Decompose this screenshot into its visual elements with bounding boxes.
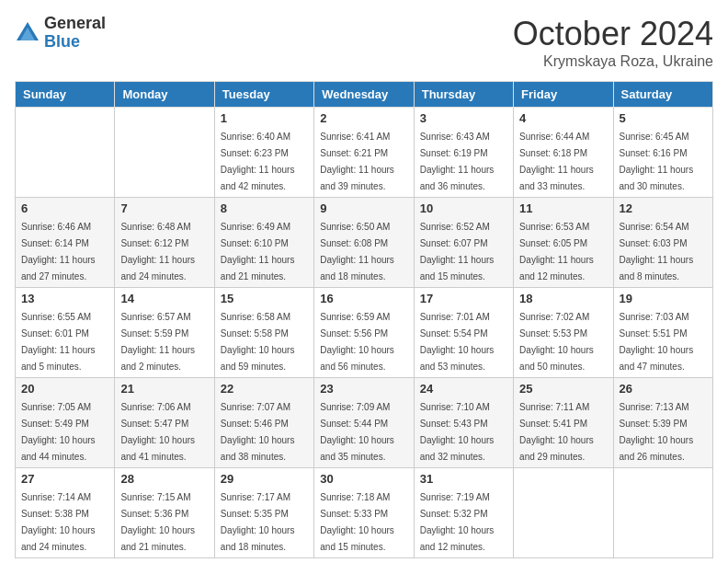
day-info: Sunrise: 6:46 AMSunset: 6:14 PMDaylight:… (21, 222, 96, 282)
day-number: 28 (120, 472, 208, 486)
day-cell: 14 Sunrise: 6:57 AMSunset: 5:59 PMDaylig… (115, 288, 214, 378)
header-sunday: Sunday (16, 82, 115, 108)
day-info: Sunrise: 7:06 AMSunset: 5:47 PMDaylight:… (120, 402, 195, 462)
day-info: Sunrise: 7:02 AMSunset: 5:53 PMDaylight:… (519, 312, 594, 372)
day-cell: 24 Sunrise: 7:10 AMSunset: 5:43 PMDaylig… (414, 378, 513, 468)
day-number: 5 (620, 111, 707, 125)
week-row-2: 13 Sunrise: 6:55 AMSunset: 6:01 PMDaylig… (16, 288, 713, 378)
day-cell: 6 Sunrise: 6:46 AMSunset: 6:14 PMDayligh… (16, 198, 115, 288)
day-cell: 31 Sunrise: 7:19 AMSunset: 5:32 PMDaylig… (414, 468, 513, 558)
day-number: 30 (320, 472, 407, 486)
day-cell: 5 Sunrise: 6:45 AMSunset: 6:16 PMDayligh… (613, 108, 712, 198)
day-number: 21 (120, 382, 208, 396)
day-number: 14 (120, 292, 208, 305)
day-cell: 11 Sunrise: 6:53 AMSunset: 6:05 PMDaylig… (514, 198, 613, 288)
day-number: 3 (420, 111, 507, 125)
day-cell: 26 Sunrise: 7:13 AMSunset: 5:39 PMDaylig… (613, 378, 712, 468)
day-cell: 2 Sunrise: 6:41 AMSunset: 6:21 PMDayligh… (314, 108, 414, 198)
day-info: Sunrise: 6:49 AMSunset: 6:10 PMDaylight:… (221, 222, 295, 282)
day-cell: 21 Sunrise: 7:06 AMSunset: 5:47 PMDaylig… (115, 378, 214, 468)
title-block: October 2024 Krymskaya Roza, Ukraine (513, 15, 713, 70)
day-cell: 29 Sunrise: 7:17 AMSunset: 5:35 PMDaylig… (214, 468, 313, 558)
day-number: 25 (519, 382, 607, 396)
day-info: Sunrise: 7:18 AMSunset: 5:33 PMDaylight:… (320, 492, 394, 552)
day-cell (115, 108, 214, 198)
day-number: 6 (21, 201, 108, 215)
day-cell: 22 Sunrise: 7:07 AMSunset: 5:46 PMDaylig… (214, 378, 313, 468)
header-saturday: Saturday (613, 82, 712, 108)
day-info: Sunrise: 6:43 AMSunset: 6:19 PMDaylight:… (420, 132, 495, 191)
day-info: Sunrise: 7:01 AMSunset: 5:54 PMDaylight:… (420, 312, 495, 372)
day-info: Sunrise: 6:50 AMSunset: 6:08 PMDaylight:… (320, 222, 394, 282)
day-cell (514, 468, 613, 558)
day-cell (613, 468, 712, 558)
day-number: 27 (21, 472, 108, 486)
location: Krymskaya Roza, Ukraine (513, 53, 713, 70)
page-header: General Blue October 2024 Krymskaya Roza… (15, 15, 713, 70)
day-cell: 27 Sunrise: 7:14 AMSunset: 5:38 PMDaylig… (16, 468, 115, 558)
day-cell: 7 Sunrise: 6:48 AMSunset: 6:12 PMDayligh… (115, 198, 214, 288)
day-number: 17 (420, 292, 507, 305)
day-info: Sunrise: 6:58 AMSunset: 5:58 PMDaylight:… (221, 312, 295, 372)
day-cell: 15 Sunrise: 6:58 AMSunset: 5:58 PMDaylig… (214, 288, 313, 378)
day-cell: 12 Sunrise: 6:54 AMSunset: 6:03 PMDaylig… (613, 198, 712, 288)
day-cell: 16 Sunrise: 6:59 AMSunset: 5:56 PMDaylig… (314, 288, 414, 378)
day-cell: 23 Sunrise: 7:09 AMSunset: 5:44 PMDaylig… (314, 378, 414, 468)
day-number: 8 (221, 201, 308, 215)
day-info: Sunrise: 6:41 AMSunset: 6:21 PMDaylight:… (320, 132, 394, 191)
day-number: 23 (320, 382, 407, 396)
logo-general: General (44, 15, 106, 33)
day-number: 26 (620, 382, 707, 396)
day-cell: 25 Sunrise: 7:11 AMSunset: 5:41 PMDaylig… (514, 378, 613, 468)
day-cell (16, 108, 115, 198)
day-number: 15 (221, 292, 308, 305)
day-info: Sunrise: 7:07 AMSunset: 5:46 PMDaylight:… (221, 402, 295, 462)
week-row-0: 1 Sunrise: 6:40 AMSunset: 6:23 PMDayligh… (16, 108, 713, 198)
day-cell: 10 Sunrise: 6:52 AMSunset: 6:07 PMDaylig… (414, 198, 513, 288)
header-tuesday: Tuesday (214, 82, 313, 108)
day-cell: 8 Sunrise: 6:49 AMSunset: 6:10 PMDayligh… (214, 198, 313, 288)
day-info: Sunrise: 7:14 AMSunset: 5:38 PMDaylight:… (21, 492, 96, 552)
logo-blue: Blue (44, 33, 106, 52)
week-row-4: 27 Sunrise: 7:14 AMSunset: 5:38 PMDaylig… (16, 468, 713, 558)
day-number: 7 (120, 201, 208, 215)
day-number: 9 (320, 201, 407, 215)
day-info: Sunrise: 7:15 AMSunset: 5:36 PMDaylight:… (120, 492, 195, 552)
day-info: Sunrise: 6:59 AMSunset: 5:56 PMDaylight:… (320, 312, 394, 372)
day-number: 4 (519, 111, 607, 125)
day-info: Sunrise: 7:09 AMSunset: 5:44 PMDaylight:… (320, 402, 394, 462)
day-number: 20 (21, 382, 108, 396)
calendar-header-row: SundayMondayTuesdayWednesdayThursdayFrid… (16, 82, 713, 108)
month-title: October 2024 (513, 15, 713, 53)
day-info: Sunrise: 6:52 AMSunset: 6:07 PMDaylight:… (420, 222, 495, 282)
day-cell: 19 Sunrise: 7:03 AMSunset: 5:51 PMDaylig… (613, 288, 712, 378)
day-number: 12 (620, 201, 707, 215)
day-info: Sunrise: 6:44 AMSunset: 6:18 PMDaylight:… (519, 132, 594, 191)
day-info: Sunrise: 6:45 AMSunset: 6:16 PMDaylight:… (620, 132, 694, 191)
day-info: Sunrise: 7:05 AMSunset: 5:49 PMDaylight:… (21, 402, 96, 462)
day-number: 1 (221, 111, 308, 125)
calendar: SundayMondayTuesdayWednesdayThursdayFrid… (15, 81, 713, 558)
day-cell: 20 Sunrise: 7:05 AMSunset: 5:49 PMDaylig… (16, 378, 115, 468)
day-cell: 1 Sunrise: 6:40 AMSunset: 6:23 PMDayligh… (214, 108, 313, 198)
day-info: Sunrise: 7:17 AMSunset: 5:35 PMDaylight:… (221, 492, 295, 552)
day-cell: 3 Sunrise: 6:43 AMSunset: 6:19 PMDayligh… (414, 108, 513, 198)
header-thursday: Thursday (414, 82, 513, 108)
day-cell: 30 Sunrise: 7:18 AMSunset: 5:33 PMDaylig… (314, 468, 414, 558)
day-number: 29 (221, 472, 308, 486)
day-info: Sunrise: 7:19 AMSunset: 5:32 PMDaylight:… (420, 492, 495, 552)
day-info: Sunrise: 7:10 AMSunset: 5:43 PMDaylight:… (420, 402, 495, 462)
day-number: 19 (620, 292, 707, 305)
week-row-1: 6 Sunrise: 6:46 AMSunset: 6:14 PMDayligh… (16, 198, 713, 288)
logo-icon (15, 20, 40, 46)
day-info: Sunrise: 6:48 AMSunset: 6:12 PMDaylight:… (120, 222, 195, 282)
day-number: 11 (519, 201, 607, 215)
day-cell: 18 Sunrise: 7:02 AMSunset: 5:53 PMDaylig… (514, 288, 613, 378)
logo-text: General Blue (44, 15, 106, 52)
day-info: Sunrise: 7:13 AMSunset: 5:39 PMDaylight:… (620, 402, 694, 462)
day-info: Sunrise: 6:40 AMSunset: 6:23 PMDaylight:… (221, 132, 295, 191)
day-number: 2 (320, 111, 407, 125)
day-cell: 28 Sunrise: 7:15 AMSunset: 5:36 PMDaylig… (115, 468, 214, 558)
logo: General Blue (15, 15, 106, 52)
day-number: 24 (420, 382, 507, 396)
